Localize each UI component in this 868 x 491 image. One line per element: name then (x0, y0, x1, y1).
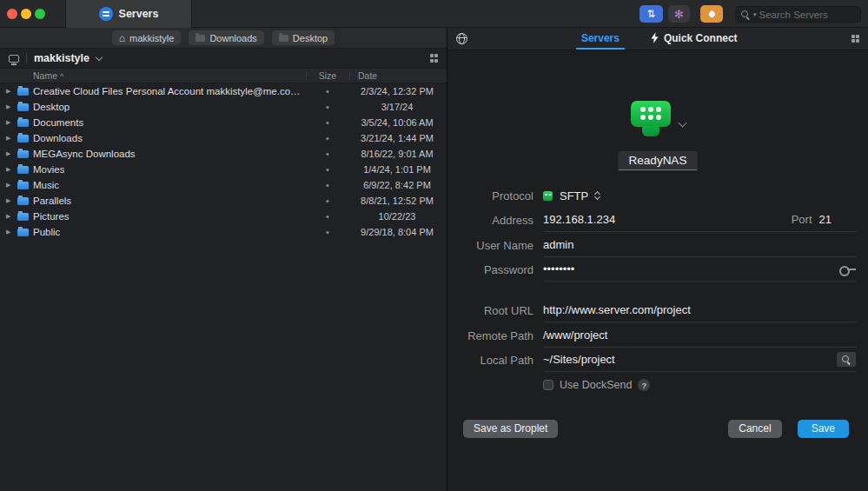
protocol-label: Protocol (460, 189, 533, 202)
port-input[interactable]: 21 (819, 213, 832, 226)
docksend-row: Use DockSend ? (543, 379, 650, 391)
tab-servers[interactable]: Servers (576, 28, 625, 50)
disclosure-triangle-icon[interactable]: ▶ (6, 83, 10, 99)
folder-icon (17, 213, 29, 221)
pathbar-item-desktop[interactable]: Desktop (272, 30, 335, 45)
save-button[interactable]: Save (798, 420, 849, 438)
search-icon (741, 10, 751, 19)
file-row[interactable]: ▶ MEGAsync Downloads • 8/16/22, 9:01 AM (0, 146, 447, 162)
minimize-window-button[interactable] (21, 9, 31, 19)
disclosure-triangle-icon[interactable]: ▶ (6, 115, 10, 130)
root-url-input[interactable]: http://www.server.com/project (543, 303, 691, 316)
window-tab-servers[interactable]: Servers (65, 0, 192, 28)
file-name: MEGAsync Downloads (33, 146, 136, 162)
file-row[interactable]: ▶ Movies • 1/4/24, 1:01 PM (0, 162, 447, 177)
password-input[interactable]: •••••••• (543, 262, 574, 275)
chevron-down-icon[interactable] (96, 53, 103, 60)
column-header-size[interactable]: Size (306, 69, 349, 83)
file-name: Music (33, 177, 59, 193)
save-as-droplet-button[interactable]: Save as Droplet (463, 420, 558, 438)
tab-quick-connect[interactable]: Quick Connect (646, 28, 743, 50)
file-row[interactable]: ▶ Pictures • 10/22/23 (0, 209, 447, 224)
file-row[interactable]: ▶ Documents • 3/5/24, 10:06 AM (0, 115, 447, 130)
column-header-date[interactable]: Date (358, 69, 377, 83)
transfers-button[interactable]: ⇅ (639, 5, 663, 23)
password-row: Password •••••••• (460, 257, 856, 282)
file-row[interactable]: ▶ Creative Cloud Files Personal Account … (0, 83, 447, 99)
server-rack-icon (99, 7, 113, 21)
protocol-icon (543, 191, 553, 201)
file-size: • (306, 209, 349, 224)
docksend-label: Use DockSend (560, 379, 632, 391)
tab-quick-connect-label: Quick Connect (664, 32, 738, 44)
file-size: • (306, 146, 349, 162)
file-name: Public (33, 224, 60, 240)
file-name: Pictures (33, 209, 70, 224)
username-row: User Name admin (460, 233, 856, 257)
file-size: • (306, 130, 349, 146)
pathbar-item-downloads[interactable]: Downloads (189, 30, 263, 45)
file-row[interactable]: ▶ Parallels • 8/8/21, 12:52 PM (0, 193, 447, 209)
root-url-label: Root URL (460, 304, 533, 317)
pane-divider[interactable] (447, 28, 447, 491)
address-input[interactable]: 192.168.1.234 (543, 213, 615, 226)
disclosure-triangle-icon[interactable]: ▶ (6, 146, 10, 162)
computer-icon (9, 55, 19, 63)
search-field[interactable]: ▾ (735, 6, 861, 23)
server-icon[interactable] (631, 101, 671, 136)
file-row[interactable]: ▶ Public • 9/29/18, 8:04 PM (0, 224, 447, 240)
browse-local-path-button[interactable] (837, 352, 856, 367)
view-options-icon[interactable] (430, 54, 439, 63)
file-name: Downloads (33, 130, 83, 146)
close-window-button[interactable] (7, 9, 17, 19)
file-name: Documents (33, 115, 83, 130)
server-brick-icon (631, 101, 671, 127)
disclosure-triangle-icon[interactable]: ▶ (6, 209, 10, 224)
protocol-select[interactable]: SFTP (543, 183, 856, 208)
search-menu-chevron-icon[interactable]: ▾ (753, 11, 757, 17)
file-name: Desktop (33, 99, 70, 115)
disclosure-triangle-icon[interactable]: ▶ (6, 130, 10, 146)
username-input[interactable]: admin (543, 238, 573, 251)
stepper-chevrons-icon[interactable] (595, 192, 600, 199)
file-name: Movies (33, 162, 64, 177)
droplet-button[interactable] (700, 5, 723, 23)
key-icon[interactable] (839, 265, 856, 274)
file-size: • (306, 83, 349, 99)
search-input[interactable] (759, 10, 855, 20)
file-date: 3/5/24, 10:06 AM (349, 115, 445, 130)
file-row[interactable]: ▶ Downloads • 3/21/24, 1:44 PM (0, 130, 447, 146)
column-header-name[interactable]: Name^ (33, 69, 63, 83)
local-path-input[interactable]: ~/Sites/project (543, 353, 615, 366)
server-base-icon (642, 126, 659, 136)
file-date: 9/29/18, 8:04 PM (349, 224, 445, 240)
disclosure-triangle-icon[interactable]: ▶ (6, 99, 10, 115)
server-name-field[interactable]: ReadyNAS (619, 151, 698, 170)
path-bar: ⌂ makkistyle Downloads Desktop (0, 28, 447, 49)
folder-icon (17, 166, 29, 174)
disclosure-triangle-icon[interactable]: ▶ (6, 162, 10, 177)
pathbar-item-label: makkistyle (129, 33, 174, 43)
server-icon-area (447, 92, 868, 144)
disclosure-triangle-icon[interactable]: ▶ (6, 177, 10, 193)
zoom-window-button[interactable] (35, 9, 45, 19)
disclosure-triangle-icon[interactable]: ▶ (6, 224, 10, 240)
remote-path-input[interactable]: /www/project (543, 328, 607, 342)
pathbar-item-label: Desktop (293, 33, 328, 43)
folder-icon (17, 197, 29, 205)
file-size: • (306, 162, 349, 177)
pathbar-item-makkistyle[interactable]: ⌂ makkistyle (112, 30, 182, 45)
file-row[interactable]: ▶ Desktop • 3/17/24 (0, 99, 447, 115)
sync-button[interactable]: ✻ (668, 5, 690, 23)
file-size: • (306, 193, 349, 209)
help-icon[interactable]: ? (638, 379, 650, 391)
cancel-button[interactable]: Cancel (728, 420, 781, 438)
browser-title[interactable]: makkistyle (34, 52, 89, 64)
docksend-checkbox[interactable] (543, 380, 553, 390)
disclosure-triangle-icon[interactable]: ▶ (6, 193, 10, 209)
globe-icon[interactable] (456, 33, 467, 44)
panel-view-options-icon[interactable] (851, 35, 860, 43)
server-icon-chevron-icon[interactable] (678, 118, 686, 127)
file-row[interactable]: ▶ Music • 6/9/22, 8:42 PM (0, 177, 447, 193)
file-size: • (306, 115, 349, 130)
